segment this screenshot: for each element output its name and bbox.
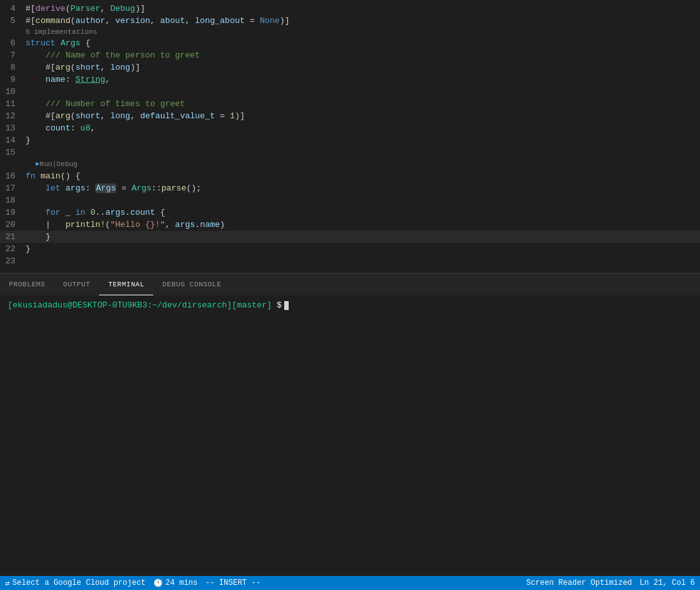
panel-tab-output[interactable]: OUTPUT: [54, 274, 100, 295]
token: count: [45, 123, 70, 133]
line-content: }: [26, 243, 700, 255]
time-label: 24 mins: [165, 578, 197, 587]
token: ,: [105, 16, 116, 26]
line-number: 4: [0, 3, 26, 15]
token: in: [75, 208, 86, 217]
code-line: 22}: [0, 243, 700, 255]
token: ..: [95, 208, 105, 217]
token: long_about: [195, 16, 245, 26]
token: arg: [56, 111, 70, 121]
clock-icon: 🕐: [153, 578, 163, 588]
sync-icon: ⇄: [5, 578, 10, 588]
line-number: 11: [0, 98, 26, 110]
line-content: #[command(author, version, about, long_a…: [26, 15, 700, 27]
line-content: [26, 86, 700, 98]
line-content: }: [26, 134, 700, 146]
token: long: [110, 63, 130, 72]
line-number: 19: [0, 206, 26, 219]
token: name: [45, 75, 65, 84]
token: Args: [95, 183, 116, 193]
editor-area: 4#[derive(Parser, Debug)]5#[command(auth…: [0, 0, 700, 273]
separator: |: [52, 159, 57, 170]
token: (: [70, 111, 75, 121]
code-line: 23: [0, 255, 700, 267]
token: args: [175, 220, 195, 229]
token: :: [65, 75, 75, 84]
token: #[: [26, 4, 36, 13]
status-mode: -- INSERT --: [206, 578, 261, 587]
token: Args: [61, 38, 80, 48]
panel-tab-problems[interactable]: PROBLEMS: [0, 274, 54, 295]
panel-tab-debug-console[interactable]: DEBUG CONSOLE: [153, 274, 230, 295]
line-content: count: u8,: [26, 122, 700, 134]
token: name: [200, 220, 220, 229]
mode-label: -- INSERT --: [206, 578, 261, 587]
line-content: #[derive(Parser, Debug)]: [26, 3, 700, 15]
token: count: [130, 208, 155, 217]
terminal-area[interactable]: [ekusiadadus@DESKTOP-0TU9KB3: ~/dev/dirs…: [0, 295, 700, 576]
token: fn: [26, 171, 36, 181]
position-label: Ln 21, Col 6: [640, 578, 695, 587]
token: )]: [130, 63, 141, 72]
token: (: [70, 16, 75, 26]
terminal-cursor: [284, 301, 289, 310]
terminal-dollar: [272, 300, 277, 310]
line-number: 22: [0, 243, 26, 255]
line-content: struct Args {: [26, 37, 700, 49]
line-number: 8: [0, 61, 26, 74]
code-line: 4#[derive(Parser, Debug)]: [0, 3, 700, 15]
token: () {: [61, 171, 80, 181]
code-line: 21 }: [0, 231, 700, 243]
token: }: [26, 136, 31, 145]
token: 1: [230, 111, 235, 121]
line-content: #[arg(short, long)]: [26, 61, 700, 74]
token: .: [195, 220, 200, 229]
line-number: 15: [0, 146, 26, 159]
token: [26, 75, 45, 84]
terminal-branch: [master]: [232, 300, 271, 310]
token: ): [220, 220, 225, 229]
code-line: 9 name: String,: [0, 74, 700, 86]
status-bar-right: Screen Reader Optimized Ln 21, Col 6: [526, 578, 695, 587]
token: default_value_t: [140, 111, 215, 121]
line-number: 18: [0, 194, 26, 206]
token: main: [40, 171, 60, 181]
token: struct: [26, 38, 56, 48]
token: command: [36, 16, 71, 26]
code-line: 16fn main() {: [0, 170, 700, 182]
status-bar: ⇄ Select a Google Cloud project 🕐 24 min…: [0, 576, 700, 590]
token: String: [75, 75, 105, 84]
token: long: [110, 111, 130, 121]
status-position: Ln 21, Col 6: [640, 578, 695, 587]
token: ,: [130, 111, 141, 121]
screen-reader-label: Screen Reader Optimized: [526, 578, 632, 587]
line-content: for _ in 0..args.count {: [26, 206, 700, 219]
run-debug-line: ▶Run | Debug: [0, 159, 700, 170]
line-number: 7: [0, 49, 26, 61]
token: let: [45, 183, 60, 193]
hint-line: 5 implementations: [0, 27, 700, 37]
token: (: [70, 63, 75, 72]
project-label[interactable]: Select a Google Cloud project: [12, 578, 146, 587]
status-project[interactable]: ⇄ Select a Google Cloud project: [5, 578, 146, 588]
token: short: [75, 63, 100, 72]
status-time: 🕐 24 mins: [153, 578, 197, 588]
line-number: 23: [0, 255, 26, 267]
token: ,: [105, 75, 110, 84]
token: Debug: [110, 4, 135, 13]
line-number: 6: [0, 37, 26, 49]
line-number: 13: [0, 122, 26, 134]
token: [26, 183, 45, 193]
token: parse: [162, 183, 186, 193]
panel-tab-terminal[interactable]: TERMINAL: [99, 274, 153, 295]
token: println!: [65, 220, 105, 229]
token: :: [86, 183, 96, 193]
line-content: }: [26, 231, 700, 243]
line-number: 20: [0, 219, 26, 231]
token: =: [245, 16, 259, 26]
debug-label[interactable]: Debug: [56, 159, 77, 170]
line-number: 10: [0, 86, 26, 98]
run-label[interactable]: Run: [40, 159, 52, 170]
code-line: 12 #[arg(short, long, default_value_t = …: [0, 110, 700, 122]
token: /// Number of times to greet: [45, 99, 185, 109]
